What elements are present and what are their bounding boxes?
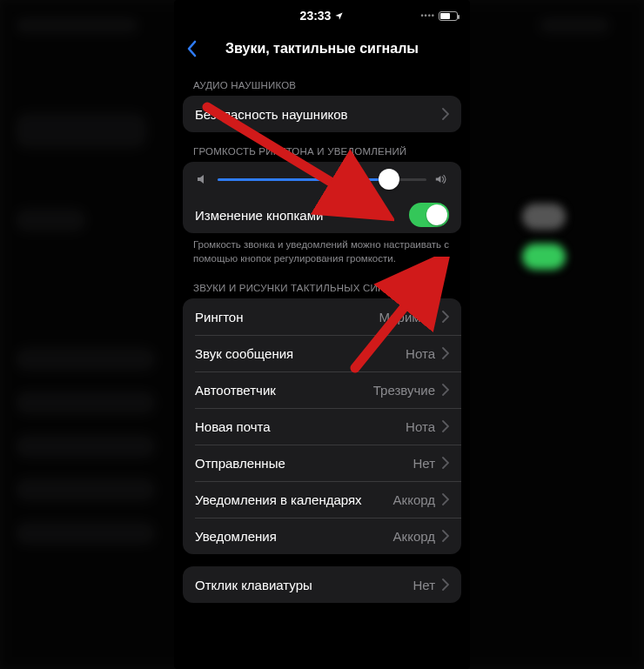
ringtone-row[interactable]: Рингтон Маримба: [183, 298, 461, 335]
headphone-safety-label: Безопасность наушников: [195, 107, 442, 122]
battery-icon: [439, 11, 458, 21]
chevron-right-icon: [442, 347, 449, 359]
sent-mail-row[interactable]: Отправленные Нет: [183, 445, 461, 481]
sounds-header: ЗВУКИ И РИСУНКИ ТАКТИЛЬНЫХ СИГНАЛОВ: [183, 269, 461, 298]
location-icon: [334, 11, 344, 21]
nav-bar: Звуки, тактильные сигналы: [174, 31, 470, 66]
row-value: Нет: [413, 456, 435, 471]
row-value: Нет: [413, 578, 435, 592]
row-label: Отклик клавиатуры: [195, 578, 413, 592]
row-label: Звук сообщения: [195, 346, 406, 361]
text-tone-row[interactable]: Звук сообщения Нота: [183, 335, 461, 371]
headphone-safety-row[interactable]: Безопасность наушников: [183, 96, 461, 132]
chevron-right-icon: [442, 579, 449, 591]
status-time: 23:33: [300, 9, 332, 23]
row-label: Уведомления в календарях: [195, 492, 393, 507]
row-value: Аккорд: [393, 529, 435, 544]
row-label: Отправленные: [195, 456, 413, 471]
row-value: Нота: [406, 346, 435, 361]
chevron-right-icon: [442, 493, 449, 505]
row-value: Маримба: [379, 310, 435, 324]
volume-footer: Громкость звонка и уведомлений можно нас…: [183, 233, 461, 269]
chevron-right-icon: [442, 384, 449, 396]
phone-frame: 23:33 •••• Звуки, тактильные сигналы АУД…: [174, 0, 470, 669]
chevron-right-icon: [442, 108, 449, 120]
back-button[interactable]: [179, 37, 204, 61]
settings-scroll[interactable]: АУДИО НАУШНИКОВ Безопасность наушников Г…: [174, 66, 470, 669]
bg-toggle-on: [522, 244, 566, 270]
toggle-knob: [426, 204, 447, 225]
row-label: Уведомления: [195, 529, 393, 544]
keyboard-group: Отклик клавиатуры Нет: [183, 566, 461, 603]
volume-slider-thumb[interactable]: [379, 169, 399, 190]
volume-slider-row: [183, 162, 461, 197]
keyboard-feedback-row[interactable]: Отклик клавиатуры Нет: [183, 566, 461, 603]
row-value: Нота: [406, 419, 435, 434]
volume-low-icon: [195, 172, 209, 186]
change-with-buttons-label: Изменение кнопками: [195, 208, 409, 223]
row-value: Трезвучие: [373, 383, 435, 398]
headphones-header: АУДИО НАУШНИКОВ: [183, 66, 461, 96]
chevron-right-icon: [442, 311, 449, 323]
change-with-buttons-row: Изменение кнопками: [183, 197, 461, 233]
chevron-right-icon: [442, 457, 449, 469]
new-mail-row[interactable]: Новая почта Нота: [183, 408, 461, 445]
row-label: Автоответчик: [195, 383, 373, 398]
sounds-group: Рингтон Маримба Звук сообщения Нота Авто…: [183, 298, 461, 554]
change-with-buttons-toggle[interactable]: [409, 203, 449, 227]
row-value: Аккорд: [393, 492, 435, 507]
row-label: Новая почта: [195, 419, 406, 434]
volume-slider[interactable]: [218, 178, 426, 181]
voicemail-row[interactable]: Автоответчик Трезвучие: [183, 371, 461, 408]
volume-high-icon: [435, 172, 449, 186]
row-label: Рингтон: [195, 310, 379, 324]
page-title: Звуки, тактильные сигналы: [225, 41, 419, 57]
signal-icon: ••••: [420, 11, 435, 20]
headphones-group: Безопасность наушников: [183, 96, 461, 132]
bg-toggle-off: [522, 204, 566, 230]
calendar-alerts-row[interactable]: Уведомления в календарях Аккорд: [183, 481, 461, 518]
volume-header: ГРОМКОСТЬ РИНГТОНА И УВЕДОМЛЕНИЙ: [183, 132, 461, 162]
reminder-alerts-row[interactable]: Уведомления Аккорд: [183, 518, 461, 554]
status-bar: 23:33 ••••: [174, 0, 470, 31]
volume-group: Изменение кнопками: [183, 162, 461, 233]
chevron-right-icon: [442, 530, 449, 542]
volume-slider-fill: [218, 178, 389, 181]
chevron-right-icon: [442, 420, 449, 432]
